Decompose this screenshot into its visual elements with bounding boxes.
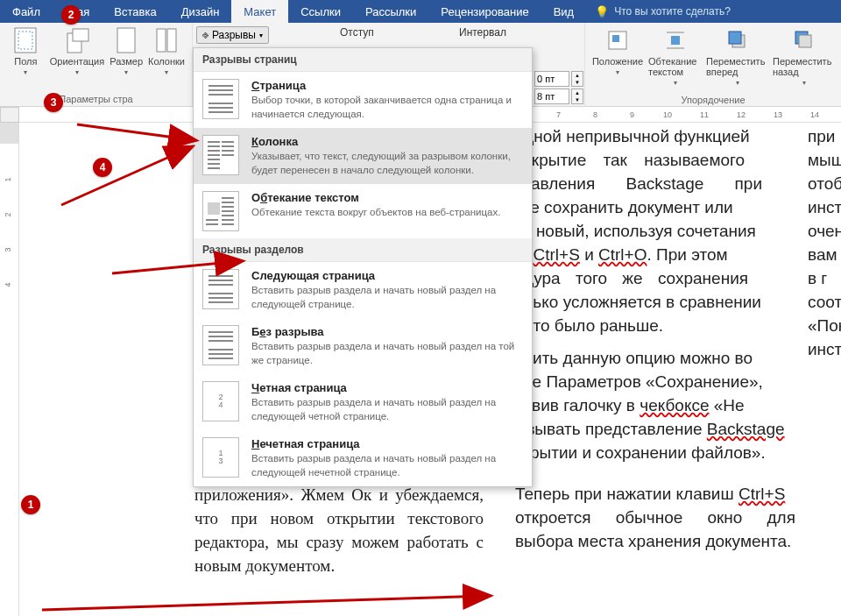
size-button[interactable]: Размер▾ — [110, 26, 143, 76]
ruler-corner — [0, 107, 19, 123]
body-text-col4: при мыши вотобраинструоченьвам мев гсоот… — [808, 124, 841, 361]
page-setup-label: Параметры стра — [7, 92, 185, 104]
spin-down[interactable]: ▼ — [572, 79, 583, 86]
callout-badge-1: 1 — [21, 495, 40, 514]
tab-design[interactable]: Дизайн — [169, 0, 232, 23]
svg-rect-6 — [167, 29, 176, 52]
callout-badge-3: 3 — [44, 93, 63, 112]
position-icon — [604, 26, 632, 54]
chevron-down-icon: ▾ — [259, 32, 263, 39]
menu-bar: Файл вная Вставка Дизайн Макет Ссылки Ра… — [0, 0, 841, 23]
tab-file[interactable]: Файл — [0, 0, 53, 23]
body-text-col3: Теперь при нажатии клавиш Ctrl+S откроет… — [515, 482, 795, 553]
page-break-icon — [202, 79, 239, 119]
svg-rect-9 — [671, 36, 680, 45]
tab-review[interactable]: Рецензирование — [428, 0, 541, 23]
svg-rect-15 — [799, 35, 811, 47]
svg-rect-4 — [117, 28, 135, 53]
send-backward-icon — [790, 26, 818, 54]
continuous-break-icon — [202, 325, 239, 365]
break-continuous-item[interactable]: Без разрываВставить разрыв раздела и нач… — [194, 318, 532, 374]
orientation-icon — [63, 26, 91, 54]
margins-button[interactable]: Поля▾ — [7, 26, 45, 76]
break-even-page-item[interactable]: 24 Четная страницаВставить разрыв раздел… — [194, 374, 532, 430]
svg-rect-3 — [73, 29, 88, 41]
position-button[interactable]: Положение▾ — [590, 26, 645, 87]
size-icon — [112, 26, 140, 54]
break-column-item[interactable]: КолонкаУказывает, что текст, следующий з… — [194, 128, 532, 184]
text-wrap-break-icon — [202, 191, 239, 231]
break-odd-page-item[interactable]: 13 Нечетная страницаВставить разрыв разд… — [194, 430, 532, 486]
breaks-icon: ⎆ — [202, 29, 208, 41]
spin-up[interactable]: ▲ — [572, 72, 583, 79]
even-page-break-icon: 24 — [202, 381, 239, 421]
tell-me[interactable]: 💡Что вы хотите сделать? — [595, 0, 731, 23]
vertical-ruler[interactable]: 1 2 3 4 — [0, 123, 19, 616]
columns-button[interactable]: Колонки▾ — [148, 26, 185, 76]
bring-forward-icon — [724, 26, 752, 54]
interval-label: Интервал — [459, 26, 506, 39]
wrap-text-icon — [661, 26, 689, 54]
body-text-col2: одной непривычной функцией открытие так … — [515, 124, 795, 464]
break-text-wrap-item[interactable]: Обтекание текстомОбтекание текста вокруг… — [194, 184, 532, 238]
spacing-spinners: ▲▼ ▲▼ — [534, 71, 583, 104]
margins-icon — [11, 26, 39, 54]
bring-forward-button[interactable]: Переместить вперед▾ — [706, 26, 769, 87]
svg-rect-8 — [612, 35, 619, 42]
callout-badge-2: 2 — [61, 5, 81, 25]
columns-icon — [152, 26, 180, 54]
breaks-button[interactable]: ⎆ Разрывы ▾ — [196, 26, 269, 44]
arrange-group: Положение▾ Обтекание текстом▾ Переместит… — [584, 23, 841, 107]
arrange-label: Упорядочение — [590, 93, 836, 105]
spacing-before-input[interactable] — [534, 71, 569, 87]
tab-mailings[interactable]: Рассылки — [353, 0, 428, 23]
tab-references[interactable]: Ссылки — [288, 0, 353, 23]
callout-badge-4: 4 — [93, 158, 112, 177]
tab-view[interactable]: Вид — [541, 0, 587, 23]
bulb-icon: 💡 — [595, 5, 609, 18]
dropdown-header-section-breaks: Разрывы разделов — [194, 238, 532, 262]
page-setup-group: Поля▾ Ориентация▾ Размер▾ Колонки▾ Парам… — [0, 23, 193, 106]
send-backward-button[interactable]: Переместить назад▾ — [773, 26, 836, 87]
odd-page-break-icon: 13 — [202, 437, 239, 478]
wrap-text-button[interactable]: Обтекание текстом▾ — [648, 26, 703, 87]
column-break-icon — [202, 135, 239, 175]
tab-layout[interactable]: Макет — [231, 0, 288, 23]
breaks-dropdown: Разрывы страниц СтраницаВыбор точки, в к… — [193, 47, 533, 487]
break-page-item[interactable]: СтраницаВыбор точки, в которой заканчива… — [194, 72, 532, 128]
dropdown-header-page-breaks: Разрывы страниц — [194, 48, 532, 72]
svg-rect-5 — [157, 29, 166, 52]
indent-label: Отступ — [340, 26, 374, 39]
orientation-button[interactable]: Ориентация▾ — [50, 26, 104, 76]
tab-insert[interactable]: Вставка — [102, 0, 168, 23]
svg-rect-13 — [729, 32, 741, 44]
spin-up[interactable]: ▲ — [572, 89, 583, 96]
spacing-after-input[interactable] — [534, 89, 569, 104]
next-page-break-icon — [202, 269, 239, 309]
break-next-page-item[interactable]: Следующая страницаВставить разрыв раздел… — [194, 262, 532, 318]
spin-down[interactable]: ▼ — [572, 96, 583, 103]
